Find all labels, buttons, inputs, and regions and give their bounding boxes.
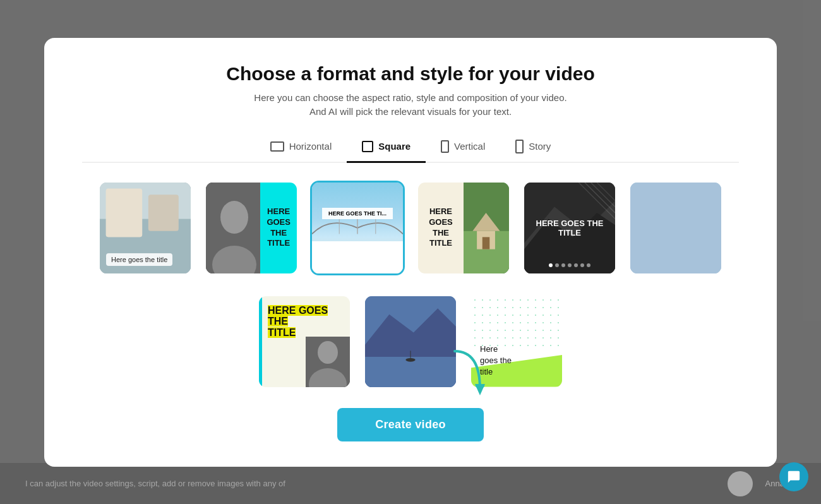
card7-label: HERE GOES THE TITLE (268, 305, 341, 339)
card2-label: HEREGOESTHETITLE (267, 207, 291, 249)
template-kitchen[interactable]: Here goes the title (98, 181, 193, 275)
svg-rect-10 (482, 237, 490, 249)
svg-point-26 (405, 357, 415, 361)
svg-rect-19 (630, 183, 721, 273)
tab-vertical-label: Vertical (454, 141, 485, 152)
card2-photo (206, 183, 260, 273)
tab-square-label: Square (378, 141, 410, 152)
card5-dots (549, 263, 590, 267)
card4-label: HEREGOESTHETITLE (429, 207, 453, 249)
create-button-container: Create video (82, 408, 739, 441)
template-person-cyan[interactable]: HEREGOESTHETITLE (204, 181, 299, 275)
tab-story[interactable]: Story (500, 135, 566, 163)
create-video-button[interactable]: Create video (337, 408, 484, 441)
modal-header: Choose a format and style for your video… (82, 63, 739, 119)
modal: Choose a format and style for your video… (44, 38, 777, 467)
template-mountain[interactable]: HERE GOES THETITLE (522, 181, 617, 275)
templates-row2: HERE GOES THE TITLE (82, 294, 739, 389)
bg-text: I can adjust the video settings, script,… (25, 479, 285, 488)
chat-bubble-button[interactable] (779, 462, 808, 491)
svg-point-1 (220, 201, 248, 234)
template-green-dots[interactable]: Heregoes thetitle (469, 294, 564, 389)
svg-point-21 (318, 341, 338, 364)
card7-photo (306, 337, 350, 387)
template-bridge[interactable]: HERE GOES THE TI... (310, 181, 405, 275)
template-circle-script[interactable]: Here goes the title (628, 181, 723, 275)
template-house[interactable]: HEREGOESTHETITLE (416, 181, 511, 275)
card1-label: Here goes the title (106, 253, 172, 266)
modal-title: Choose a format and style for your video (82, 63, 739, 85)
format-tabs: Horizontal Square Vertical Story (82, 135, 739, 163)
tab-square[interactable]: Square (347, 135, 426, 163)
bg-avatar (728, 471, 753, 496)
dots-pattern (471, 296, 562, 351)
card9-label: Heregoes thetitle (480, 344, 553, 378)
horizontal-icon (270, 141, 284, 152)
card3-label: HERE GOES THE TI... (322, 208, 393, 219)
tab-horizontal-label: Horizontal (289, 141, 332, 152)
tab-vertical[interactable]: Vertical (426, 135, 500, 163)
card5-label: HERE GOES THETITLE (536, 219, 604, 237)
square-icon (362, 141, 373, 152)
modal-subtitle: Here you can choose the aspect ratio, st… (82, 91, 739, 119)
template-lake[interactable]: Here goes the title (363, 294, 458, 389)
chat-icon (787, 470, 801, 484)
template-yellow-black[interactable]: HERE GOES THE TITLE (257, 294, 352, 389)
background-bar: I can adjust the video settings, script,… (0, 463, 821, 504)
subtitle-line1: Here you can choose the aspect ratio, st… (254, 92, 566, 103)
story-icon (515, 140, 524, 153)
tab-story-label: Story (529, 141, 551, 152)
subtitle-line2: And AI will pick the relevant visuals fo… (309, 106, 512, 117)
vertical-icon (441, 140, 449, 153)
tab-horizontal[interactable]: Horizontal (255, 135, 347, 163)
templates-row1: Here goes the title HEREGOESTHETITLE (82, 181, 739, 275)
